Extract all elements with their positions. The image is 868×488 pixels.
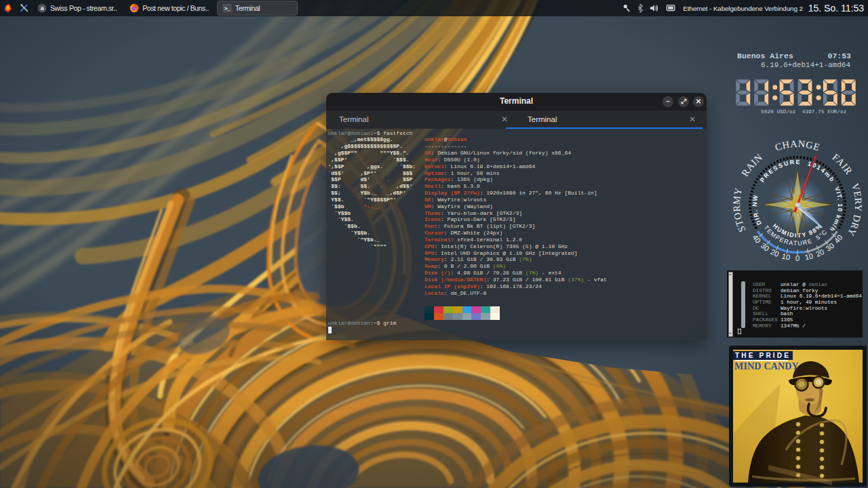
svg-text:a: a [41, 5, 44, 12]
svg-text:0: 0 [795, 254, 800, 262]
svg-text:10: 10 [781, 251, 791, 261]
svg-text:THE PRIDE: THE PRIDE [735, 352, 791, 359]
svg-text:10: 10 [804, 251, 814, 261]
svg-text:VIT. 10 km/h: VIT. 10 km/h [828, 186, 844, 233]
svg-text:>_: >_ [224, 5, 230, 12]
svg-text:VERY DRY: VERY DRY [846, 182, 864, 238]
svg-text:MIND CANDY: MIND CANDY [734, 361, 799, 371]
svg-text:CHANGE: CHANGE [774, 138, 821, 153]
svg-text:RAIN: RAIN [739, 151, 764, 178]
svg-text:STORMY: STORMY [731, 186, 748, 234]
